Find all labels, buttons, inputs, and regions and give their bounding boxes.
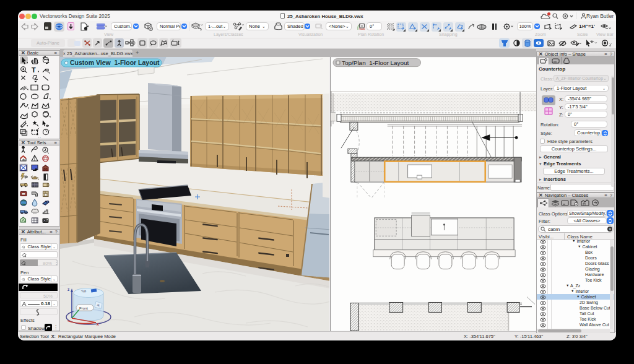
svg-text:Top/Plan 1-Floor Layout: Top/Plan 1-Floor Layout <box>342 59 409 66</box>
svg-text:x: x <box>97 322 99 326</box>
svg-text:Front: Front <box>79 306 88 310</box>
svg-text:Custom View 1-Floor Layout: Custom View 1-Floor Layout <box>70 59 160 66</box>
svg-text:‥: ‥ <box>38 133 41 139</box>
svg-text:Top: Top <box>81 289 87 293</box>
svg-text:T: T <box>32 66 36 74</box>
